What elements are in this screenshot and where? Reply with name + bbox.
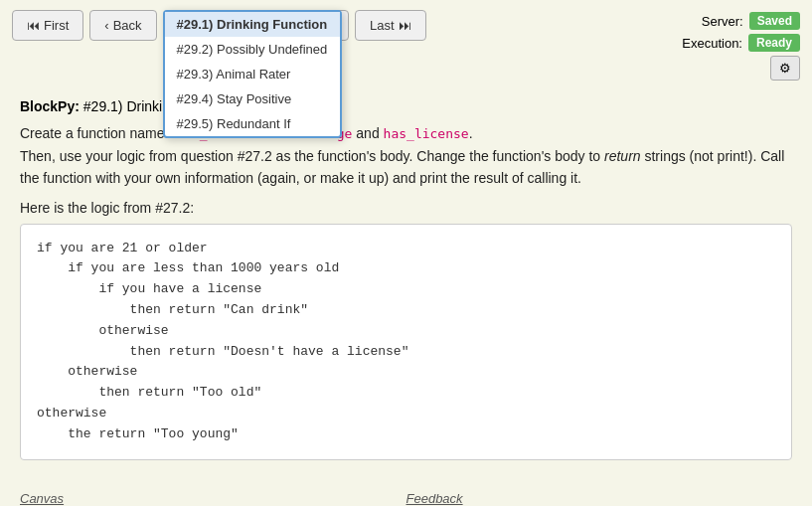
feedback-label: Feedback: [406, 491, 463, 506]
desc-text-1: Create a function named: [20, 125, 176, 141]
server-status-row: Server: Saved: [702, 12, 800, 30]
back-button[interactable]: ‹ Back: [89, 10, 156, 41]
content-area: BlockPy: #29.1) Drinking Function Create…: [0, 88, 812, 480]
problem-description: Create a function named can_drink that t…: [20, 122, 792, 190]
code-block: if you are 21 or older if you are less t…: [20, 224, 792, 460]
feedback-panel: Feedback: [406, 484, 793, 506]
server-saved-badge: Saved: [749, 12, 800, 30]
desc-text-5: Then, use your logic from question #27.2…: [20, 148, 784, 186]
last-label: Last: [370, 18, 395, 33]
return-italic: return: [604, 148, 641, 164]
desc-text-4: .: [469, 125, 473, 141]
dropdown-menu[interactable]: #29.1) Drinking Function #29.2) Possibly…: [163, 10, 342, 138]
dropdown-item-3[interactable]: #29.3) Animal Rater: [165, 62, 340, 86]
server-status: Server: Saved Execution: Ready ⚙: [682, 10, 800, 81]
first-button[interactable]: ⏮ First: [12, 10, 83, 41]
has-license-highlight: has_license: [384, 126, 469, 141]
canvas-panel: Canvas: [20, 484, 406, 506]
last-button[interactable]: Last ⏭: [355, 10, 426, 41]
first-icon: ⏮: [27, 18, 40, 33]
first-label: First: [44, 18, 69, 33]
toolbar: ⏮ First ‹ Back #29.1) Drinking Function …: [0, 0, 812, 88]
execution-ready-badge: Ready: [748, 34, 800, 52]
dropdown-item-4[interactable]: #29.4) Stay Positive: [165, 86, 340, 111]
problem-title: BlockPy: #29.1) Drinking Function: [20, 98, 792, 114]
execution-label: Execution:: [682, 36, 742, 51]
dropdown-item-1[interactable]: #29.1) Drinking Function: [165, 12, 340, 37]
last-icon: ⏭: [399, 18, 411, 33]
blockpy-label: BlockPy:: [20, 98, 80, 114]
logic-label: Here is the logic from #27.2:: [20, 200, 792, 216]
desc-text-3: and: [352, 125, 383, 141]
back-icon: ‹: [104, 18, 108, 33]
wrench-button[interactable]: ⚙: [770, 56, 800, 81]
back-label: Back: [113, 18, 142, 33]
canvas-label: Canvas: [20, 491, 64, 506]
dropdown-item-2[interactable]: #29.2) Possibly Undefined: [165, 37, 340, 62]
dropdown-item-5[interactable]: #29.5) Redundant If: [165, 111, 340, 136]
server-label: Server:: [702, 14, 743, 29]
execution-status-row: Execution: Ready: [682, 34, 800, 52]
bottom-panels: Canvas Feedback: [0, 484, 812, 506]
